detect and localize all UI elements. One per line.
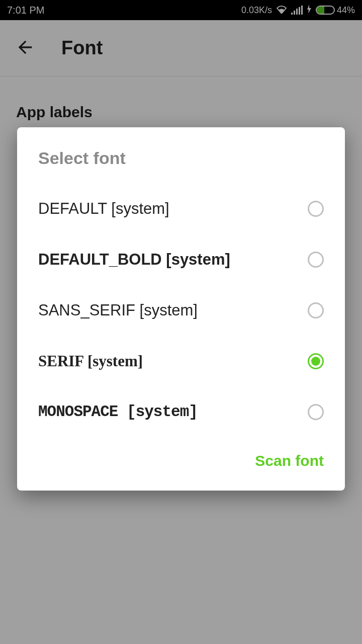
font-option-serif[interactable]: SERIF [system] bbox=[17, 336, 345, 386]
font-option-default[interactable]: DEFAULT [system] bbox=[17, 183, 345, 234]
radio-icon-selected bbox=[308, 353, 324, 369]
font-option-monospace[interactable]: MONOSPACE [system] bbox=[17, 386, 345, 437]
font-option-label: SERIF [system] bbox=[38, 352, 143, 370]
radio-icon bbox=[308, 404, 324, 420]
radio-icon bbox=[308, 201, 324, 217]
scan-font-button[interactable]: Scan font bbox=[255, 452, 324, 469]
font-option-label: DEFAULT_BOLD [system] bbox=[38, 251, 230, 269]
dialog-actions: Scan font bbox=[17, 437, 345, 491]
dialog-title: Select font bbox=[17, 148, 345, 183]
font-option-label: MONOSPACE [system] bbox=[38, 403, 198, 421]
select-font-dialog: Select font DEFAULT [system] DEFAULT_BOL… bbox=[17, 127, 345, 491]
font-option-label: DEFAULT [system] bbox=[38, 200, 169, 218]
font-option-sans-serif[interactable]: SANS_SERIF [system] bbox=[17, 285, 345, 336]
radio-icon bbox=[308, 252, 324, 268]
font-option-default-bold[interactable]: DEFAULT_BOLD [system] bbox=[17, 234, 345, 285]
font-option-label: SANS_SERIF [system] bbox=[38, 301, 198, 319]
radio-icon bbox=[308, 302, 324, 318]
